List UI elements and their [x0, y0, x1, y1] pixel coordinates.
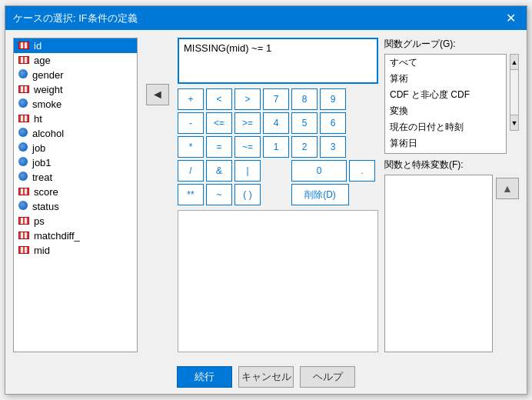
var-label: weight — [34, 84, 63, 95]
center-panel: +<>789-<=>=456*=~=123/&|0.**~( )削除(D) — [178, 38, 378, 352]
var-item[interactable]: status — [14, 199, 137, 214]
var-icon — [18, 55, 31, 66]
var-label: alcohol — [32, 128, 64, 139]
cancel-button[interactable]: キャンセル — [238, 366, 294, 388]
function-group-item[interactable]: 現在の日付と時刻 — [385, 119, 506, 135]
var-icon — [18, 201, 29, 212]
key-button[interactable]: 3 — [320, 136, 346, 158]
keypad-row: -<=>=456 — [178, 112, 378, 134]
key-button[interactable]: 5 — [291, 112, 318, 134]
output-area — [178, 210, 378, 352]
function-group-item[interactable]: 変換 — [385, 103, 506, 119]
expression-input[interactable] — [178, 38, 378, 84]
var-item[interactable]: matchdiff_ — [14, 228, 137, 243]
key-button[interactable]: >= — [234, 112, 261, 134]
dialog-body: idagegenderweightsmokehtalcoholjobjob1tr… — [5, 30, 527, 360]
key-button[interactable]: & — [206, 160, 232, 182]
var-icon — [18, 40, 31, 52]
keypad-spacer — [263, 160, 289, 182]
key-button[interactable]: * — [178, 136, 204, 158]
keypad-row: **~( )削除(D) — [178, 184, 378, 205]
function-var-label: 関数と特殊変数(F): — [384, 158, 519, 172]
function-group-item[interactable]: 算術 — [385, 71, 506, 87]
key-button[interactable]: + — [178, 88, 204, 110]
var-label: status — [32, 201, 59, 212]
keypad-spacer — [263, 184, 289, 205]
key-button[interactable]: = — [206, 136, 232, 158]
var-item[interactable]: weight — [14, 82, 137, 97]
delete-button[interactable]: 削除(D) — [291, 184, 349, 205]
var-icon — [18, 215, 31, 227]
key-button[interactable]: / — [178, 160, 204, 182]
insert-arrow-button[interactable]: ◄ — [146, 84, 169, 105]
main-dialog: ケースの選択: IF条件の定義 ✕ idagegenderweightsmoke… — [5, 5, 527, 395]
var-item[interactable]: score — [14, 185, 137, 199]
keypad-row: *=~=123 — [178, 136, 378, 158]
key-button[interactable]: ( ) — [234, 184, 261, 205]
dialog-title: ケースの選択: IF条件の定義 — [13, 12, 138, 25]
key-button[interactable]: | — [234, 160, 261, 182]
var-item[interactable]: alcohol — [14, 126, 137, 141]
key-button[interactable]: <= — [206, 112, 232, 134]
key-button[interactable]: 0 — [291, 160, 347, 182]
key-button[interactable]: 9 — [320, 88, 346, 110]
close-button[interactable]: ✕ — [503, 11, 519, 25]
var-item[interactable]: treat — [14, 170, 137, 185]
dialog-footer: 続行 キャンセル ヘルプ — [5, 360, 527, 394]
var-icon — [18, 69, 29, 81]
function-group-item[interactable]: 算術日 — [385, 135, 506, 152]
function-group-item[interactable]: すべて — [385, 55, 506, 71]
var-label: gender — [32, 69, 63, 81]
var-label: score — [34, 186, 58, 198]
function-group-item[interactable]: 日付作成 — [385, 152, 506, 154]
up-button[interactable]: ▲ — [496, 178, 519, 199]
var-icon — [18, 186, 31, 198]
var-icon — [18, 172, 29, 183]
var-label: matchdiff_ — [34, 230, 80, 242]
key-button[interactable]: ** — [178, 184, 204, 205]
var-item[interactable]: ht — [14, 112, 137, 126]
var-item[interactable]: job1 — [14, 155, 137, 170]
var-item[interactable]: mid — [14, 243, 137, 258]
key-button[interactable]: - — [178, 112, 204, 134]
key-button[interactable]: ~= — [234, 136, 261, 158]
key-button[interactable]: > — [234, 88, 261, 110]
key-button[interactable]: ~ — [206, 184, 232, 205]
function-group-label: 関数グループ(G): — [384, 38, 519, 51]
function-group-list[interactable]: すべて算術CDF と非心度 CDF変換現在の日付と時刻算術日日付作成 — [384, 54, 507, 154]
var-icon — [18, 128, 29, 139]
function-group-item[interactable]: CDF と非心度 CDF — [385, 87, 506, 103]
function-var-list[interactable] — [384, 175, 493, 352]
key-button[interactable]: 6 — [320, 112, 346, 134]
var-icon — [18, 84, 31, 95]
help-button[interactable]: ヘルプ — [300, 366, 355, 388]
key-button[interactable]: 8 — [291, 88, 318, 110]
key-button[interactable]: 4 — [263, 112, 289, 134]
keypad-row: /&|0. — [178, 160, 378, 182]
var-label: age — [34, 55, 51, 66]
key-button[interactable]: 1 — [263, 136, 289, 158]
key-button[interactable]: < — [206, 88, 232, 110]
keypad: +<>789-<=>=456*=~=123/&|0.**~( )削除(D) — [178, 88, 378, 205]
variable-list[interactable]: idagegenderweightsmokehtalcoholjobjob1tr… — [13, 38, 138, 352]
up-btn-panel: ▲ — [496, 175, 519, 352]
var-label: job — [32, 142, 45, 154]
var-item[interactable]: gender — [14, 68, 137, 82]
var-item[interactable]: smoke — [14, 97, 137, 112]
continue-button[interactable]: 続行 — [177, 366, 232, 388]
var-label: ht — [34, 113, 42, 125]
var-icon — [18, 157, 29, 168]
var-icon — [18, 142, 29, 154]
arrow-panel: ◄ — [144, 38, 171, 352]
var-icon — [18, 113, 31, 125]
key-button[interactable]: 2 — [291, 136, 318, 158]
title-bar: ケースの選択: IF条件の定義 ✕ — [5, 6, 527, 30]
var-item[interactable]: job — [14, 141, 137, 155]
key-button[interactable]: 7 — [263, 88, 289, 110]
var-item[interactable]: id — [14, 38, 137, 53]
key-button[interactable]: . — [349, 160, 375, 182]
var-icon — [18, 98, 29, 110]
var-item[interactable]: ps — [14, 214, 137, 228]
var-item[interactable]: age — [14, 53, 137, 68]
var-icon — [18, 245, 31, 256]
